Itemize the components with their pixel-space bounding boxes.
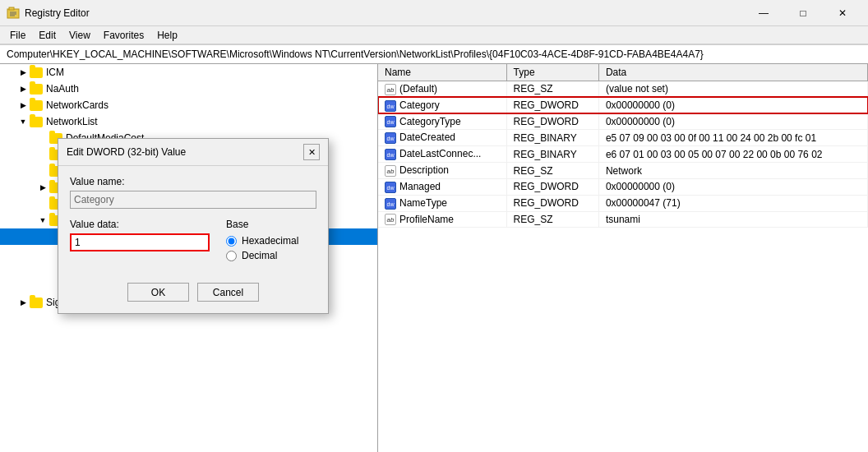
dialog-data-row: Value data: Base Hexadecimal Decim: [70, 219, 316, 265]
ab-icon: ab: [385, 84, 396, 95]
cell-name: dwCategory: [378, 97, 506, 113]
cell-name: dwNameType: [378, 195, 506, 211]
dw-icon: dw: [385, 132, 396, 144]
cell-type: REG_DWORD: [506, 97, 598, 113]
main-content: ▶ ICM ▶ NaAuth ▶ NetworkCards ▼ NetworkL…: [0, 64, 868, 452]
tree-panel: ▶ ICM ▶ NaAuth ▶ NetworkCards ▼ NetworkL…: [0, 64, 378, 452]
close-button[interactable]: ✕: [824, 2, 861, 25]
menu-bar: File Edit View Favorites Help: [0, 26, 868, 44]
radio-hex-label: Hexadecimal: [242, 235, 298, 247]
table-row[interactable]: dwDateCreated REG_BINARY e5 07 09 00 03 …: [378, 130, 868, 146]
menu-help[interactable]: Help: [150, 28, 184, 43]
col-name: Name: [378, 64, 506, 81]
cell-type: REG_SZ: [506, 211, 598, 228]
dw-icon: dw: [385, 149, 396, 160]
cell-data: Network: [598, 163, 867, 179]
cell-data: (value not set): [598, 81, 867, 98]
radio-hexadecimal[interactable]: Hexadecimal: [226, 235, 316, 247]
cell-type: REG_DWORD: [506, 113, 598, 130]
dialog-title-text: Edit DWORD (32-bit) Value: [67, 146, 186, 158]
title-bar-left: Registry Editor: [7, 7, 90, 20]
cell-type: REG_BINARY: [506, 146, 598, 163]
cell-type: REG_DWORD: [506, 195, 598, 211]
value-data-input[interactable]: [70, 233, 210, 251]
cell-name: abProfileName: [378, 211, 506, 228]
dialog-title-bar: Edit DWORD (32-bit) Value ✕: [58, 139, 328, 166]
table-row[interactable]: dwManaged REG_DWORD 0x00000000 (0): [378, 178, 868, 195]
cell-type: REG_SZ: [506, 163, 598, 179]
radio-hex-input[interactable]: [226, 236, 237, 247]
value-data-wrap: Value data:: [70, 219, 210, 251]
cell-type: REG_DWORD: [506, 178, 598, 195]
ab-icon: ab: [385, 165, 396, 177]
col-type: Type: [506, 64, 598, 81]
dw-icon: dw: [385, 182, 396, 193]
right-panel: Name Type Data ab(Default) REG_SZ (value…: [378, 64, 868, 452]
address-path: Computer\HKEY_LOCAL_MACHINE\SOFTWARE\Mic…: [7, 48, 704, 60]
table-row[interactable]: dwNameType REG_DWORD 0x00000047 (71): [378, 195, 868, 211]
base-group: Base Hexadecimal Decimal: [226, 219, 316, 265]
ab-icon: ab: [385, 214, 396, 225]
cell-data: 0x00000000 (0): [598, 178, 867, 195]
base-label: Base: [226, 219, 316, 230]
dialog-overlay: Edit DWORD (32-bit) Value ✕ Value name: …: [0, 64, 377, 452]
ok-button[interactable]: OK: [127, 283, 189, 302]
address-bar: Computer\HKEY_LOCAL_MACHINE\SOFTWARE\Mic…: [0, 44, 868, 64]
value-name-label: Value name:: [70, 176, 316, 187]
cell-name: dwManaged: [378, 178, 506, 195]
radio-dec-label: Decimal: [242, 250, 277, 261]
table-row[interactable]: dwCategoryType REG_DWORD 0x00000000 (0): [378, 113, 868, 130]
cell-data: tsunami: [598, 211, 867, 228]
cell-name: dwCategoryType: [378, 113, 506, 130]
minimize-button[interactable]: —: [745, 2, 783, 25]
cell-type: REG_SZ: [506, 81, 598, 98]
menu-edit[interactable]: Edit: [32, 28, 62, 43]
value-name-input[interactable]: [70, 191, 316, 209]
cell-name: dwDateCreated: [378, 130, 506, 146]
radio-decimal[interactable]: Decimal: [226, 250, 316, 261]
registry-icon: [7, 7, 20, 20]
edit-dword-dialog: Edit DWORD (32-bit) Value ✕ Value name: …: [58, 138, 329, 314]
menu-view[interactable]: View: [62, 28, 97, 43]
registry-table: Name Type Data ab(Default) REG_SZ (value…: [378, 64, 868, 228]
dw-icon: dw: [385, 100, 396, 112]
radio-dec-input[interactable]: [226, 251, 237, 261]
menu-file[interactable]: File: [3, 28, 32, 43]
maximize-button[interactable]: □: [784, 2, 822, 25]
table-row[interactable]: dwCategory REG_DWORD 0x00000000 (0): [378, 97, 868, 113]
cancel-button[interactable]: Cancel: [197, 283, 259, 302]
table-row[interactable]: ab(Default) REG_SZ (value not set): [378, 81, 868, 98]
cell-data: 0x00000047 (71): [598, 195, 867, 211]
cell-data: 0x00000000 (0): [598, 97, 867, 113]
value-data-label: Value data:: [70, 219, 210, 230]
cell-data: e6 07 01 00 03 00 05 00 07 00 22 00 0b 0…: [598, 146, 867, 163]
menu-favorites[interactable]: Favorites: [97, 28, 150, 43]
table-row[interactable]: abProfileName REG_SZ tsunami: [378, 211, 868, 228]
col-data: Data: [598, 64, 867, 81]
dialog-buttons: OK Cancel: [58, 274, 328, 313]
cell-data: 0x00000000 (0): [598, 113, 867, 130]
dialog-close-button[interactable]: ✕: [303, 144, 320, 160]
dialog-body: Value name: Value data: Base Hexadecimal: [58, 166, 328, 274]
app-title: Registry Editor: [25, 7, 90, 19]
cell-name: abDescription: [378, 163, 506, 179]
svg-rect-1: [9, 7, 14, 10]
table-header-row: Name Type Data: [378, 64, 868, 81]
cell-data: e5 07 09 00 03 00 0f 00 11 00 24 00 2b 0…: [598, 130, 867, 146]
cell-name: dwDateLastConnec...: [378, 146, 506, 163]
title-bar: Registry Editor — □ ✕: [0, 0, 868, 26]
cell-type: REG_BINARY: [506, 130, 598, 146]
cell-name: ab(Default): [378, 81, 506, 98]
table-row[interactable]: dwDateLastConnec... REG_BINARY e6 07 01 …: [378, 146, 868, 163]
title-controls: — □ ✕: [745, 2, 861, 25]
table-row[interactable]: abDescription REG_SZ Network: [378, 163, 868, 179]
dw-icon: dw: [385, 198, 396, 210]
dw-icon: dw: [385, 116, 396, 127]
